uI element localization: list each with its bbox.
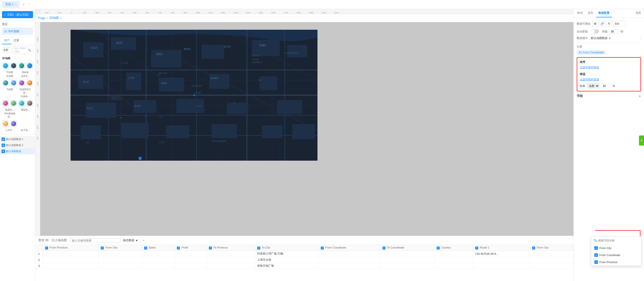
dropdown-item-from-coordinate[interactable]: A From Coordinate xyxy=(591,252,641,259)
auto-update-toggle[interactable] xyxy=(591,29,599,33)
close-panel-button[interactable]: 关闭 xyxy=(633,9,643,17)
layer-item-circle[interactable]: ⊙ 等时圆圈 xyxy=(2,28,33,35)
col-from-city2[interactable]: A From City xyxy=(530,245,573,251)
grid-icon-btn[interactable]: ⊞ xyxy=(592,21,598,27)
sort-placeholder[interactable]: 点选字段列添加 xyxy=(580,65,638,69)
asset-icon-set[interactable] xyxy=(10,62,17,69)
limit-position-select[interactable]: 头部 尾部 xyxy=(587,83,599,88)
svg-text:城市方向: 城市方向 xyxy=(252,55,259,56)
static-data-button[interactable]: 静态数据 ▼ xyxy=(123,238,138,242)
add-data-button[interactable]: + xyxy=(141,238,146,243)
dropdown-item-from-province[interactable]: A From Province xyxy=(591,259,641,266)
3d-map[interactable]: 宝山区 嘉定区 普陀区 静安区 虹口区 杨浦区 闵行区 长宁区 黄浦区 浦东新区… xyxy=(71,30,317,161)
asset-bar[interactable] xyxy=(18,62,25,69)
dropdown-item-from-coordinate-label: From Coordinate xyxy=(599,254,620,257)
tab-traffic[interactable]: 交量 xyxy=(12,37,21,44)
breadcrumb-page[interactable]: Page xyxy=(38,16,45,20)
svg-rect-31 xyxy=(86,103,116,118)
ruler-mark-700: 700 xyxy=(154,12,166,14)
ruler-mark-600: 600 xyxy=(141,12,154,14)
tab-page1[interactable]: 页面 1 × xyxy=(2,1,20,8)
cell-from-city2-1 xyxy=(530,251,573,257)
coordinate-label: From Coordinate xyxy=(583,51,604,54)
asset-map-deco[interactable] xyxy=(26,100,33,107)
static-data-label: 静态数据 xyxy=(123,238,134,242)
asset-admin[interactable] xyxy=(18,79,25,86)
data-vis-value[interactable] xyxy=(613,21,626,27)
fields-collapse-icon[interactable]: ∧ xyxy=(639,94,641,98)
refresh-icon-btn[interactable]: ↻ xyxy=(606,21,612,27)
col-route1[interactable]: A Route 1 xyxy=(473,245,530,251)
data-item-1[interactable]: ⊞ 默认地图数据 1 xyxy=(0,136,35,142)
asset-honeycomb[interactable] xyxy=(2,100,9,107)
filter-dropdown[interactable]: 全部 xyxy=(2,48,12,53)
svg-rect-36 xyxy=(81,125,101,139)
col-from-coord[interactable]: A From Coordinate xyxy=(319,245,380,251)
fields-title: 字段 xyxy=(577,94,583,98)
col-to-coord-label: To Coordinate xyxy=(387,246,404,249)
tab-close-icon[interactable]: × xyxy=(15,3,17,6)
asset-bubble[interactable] xyxy=(2,62,9,69)
ruler-mark-2000: 2000 xyxy=(317,12,330,14)
asset-labels-row1: 气泡图 图标集 柱状图 信息栏... xyxy=(0,70,35,78)
col-profit[interactable]: A Profit xyxy=(175,245,207,251)
data-source-selector[interactable]: 默认地图数据 ▼ xyxy=(591,36,638,40)
asset-info[interactable] xyxy=(26,62,33,69)
col-from-province[interactable]: A From Province xyxy=(43,245,99,251)
svg-text:宝山区: 宝山区 xyxy=(91,47,98,49)
col-sales-icon: A xyxy=(144,247,147,250)
add-component-button[interactable]: + xyxy=(639,135,644,146)
tab-data-config[interactable]: 数据配置 xyxy=(596,9,612,17)
cell-to-city-3: 创智天地广场 xyxy=(255,263,319,269)
flow-button[interactable]: 出入场动图 xyxy=(52,238,67,242)
ruler-v-500: 500 xyxy=(37,93,39,96)
data-source-label: 数据源中 xyxy=(577,36,589,40)
dropdown-search-input[interactable] xyxy=(598,239,639,242)
col-to-province[interactable]: A To Province xyxy=(207,245,255,251)
ruler-mark-1600: 1600 xyxy=(267,12,280,14)
data-item-2[interactable]: ⊞ 默认地图数据 2 xyxy=(0,142,35,148)
asset-particle[interactable] xyxy=(10,120,17,127)
dropdown-item-from-city[interactable]: A From City xyxy=(591,244,641,252)
asset-rise[interactable] xyxy=(2,120,9,127)
col-sales[interactable]: A Sales xyxy=(142,245,175,251)
ruler-mark-1200: 1200 xyxy=(217,12,229,14)
data-item-3[interactable]: ⊞ 默认地图数据 xyxy=(0,148,35,154)
tab-add-button[interactable]: + xyxy=(21,2,27,8)
cell-from-city2-2 xyxy=(530,257,573,263)
asset-heat[interactable] xyxy=(26,79,33,86)
canvas-area[interactable]: 100 200 300 400 500 600 700 800 900 1000 xyxy=(35,22,573,236)
page1-item[interactable]: ✓ 页面1（默认页面） xyxy=(2,11,33,18)
assets-section: 资产 交量 全部 输入关键词搜索 🔍 3D地图 气泡图 图标集 xyxy=(0,37,35,281)
fields-section: 字段 ∧ xyxy=(577,94,641,98)
breadcrumb-3dmap[interactable]: 3D地图 xyxy=(49,16,59,20)
ruler-v-900: 900 xyxy=(37,49,39,53)
col-from-city[interactable]: A From City xyxy=(99,245,142,251)
search-bar[interactable]: 输入关键词搜索 🔍 xyxy=(13,46,33,54)
filter-placeholder[interactable]: 点选字段列添加 xyxy=(580,78,638,81)
limit-value-input[interactable] xyxy=(601,84,611,88)
tab-style[interactable]: 样式 xyxy=(575,9,585,17)
table-search-input[interactable] xyxy=(70,238,120,243)
col-to-city[interactable]: A To City xyxy=(255,245,319,251)
ruler-mark-1000: 1000 xyxy=(191,12,204,14)
data-source-dropdown-icon: ▼ xyxy=(608,37,611,40)
coordinate-tag[interactable]: A≡ From Coordinate xyxy=(577,50,606,55)
fields-header: 字段 ∧ xyxy=(577,94,641,98)
breadcrumb-sep2: > xyxy=(60,16,62,20)
toggle-knob xyxy=(591,30,595,33)
asset-grid[interactable] xyxy=(10,100,17,107)
tab-assets[interactable]: 资产 xyxy=(2,37,12,44)
asset-flyline[interactable] xyxy=(2,79,9,86)
interval-value[interactable] xyxy=(609,29,619,34)
link-icon-btn[interactable]: 🔗 xyxy=(599,21,605,27)
svg-rect-20 xyxy=(83,42,103,57)
asset-time-circle[interactable] xyxy=(18,100,25,107)
cell-from-city-2 xyxy=(99,257,142,263)
tab-panel-close[interactable]: › xyxy=(29,3,29,6)
row-num-1: 1 xyxy=(35,251,43,257)
asset-track[interactable] xyxy=(10,79,17,86)
col-to-coord[interactable]: A To Coordinate xyxy=(380,245,434,251)
col-to-country[interactable]: A Country xyxy=(434,245,473,251)
tab-interaction[interactable]: 交互 xyxy=(585,9,596,17)
